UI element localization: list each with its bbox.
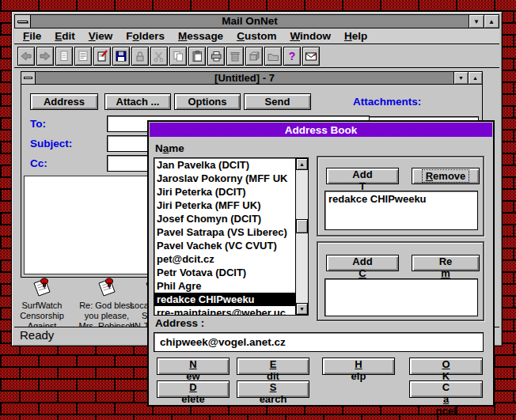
menu-item[interactable]: Message [175, 30, 226, 42]
remove-cc-button[interactable]: Remove [412, 255, 480, 271]
read-message-icon [76, 50, 90, 62]
address-label: Address : [155, 317, 204, 329]
dialog-titlebar[interactable]: Address Book [150, 123, 492, 137]
help-button[interactable]: ? [283, 47, 301, 66]
cc-recipients-list[interactable] [324, 278, 478, 316]
lock-button[interactable] [131, 47, 149, 66]
main-titlebar: Mail OnNet ▼ ▲ [14, 14, 499, 28]
name-list-item[interactable]: redakce CHIPweeku [154, 293, 295, 306]
delete-button[interactable]: Delete [157, 380, 230, 398]
desktop-background: Mail OnNet ▼ ▲ FileEditViewFoldersMessag… [0, 0, 516, 420]
edit-button[interactable]: Edit [237, 358, 309, 375]
ok-button[interactable]: OK [409, 358, 483, 375]
trash-button[interactable] [226, 47, 244, 66]
forward-button[interactable] [36, 47, 54, 66]
minimize-button[interactable]: ▼ [469, 15, 484, 28]
save-button[interactable] [112, 47, 130, 66]
document-button[interactable] [55, 47, 73, 66]
menu-item[interactable]: File [20, 30, 44, 42]
icon-label-line: Mrs. Robinson [79, 321, 135, 327]
add-cc-button[interactable]: Add CC: [326, 255, 399, 271]
scroll-up-button[interactable]: ▲ [296, 158, 308, 170]
system-menu-button[interactable] [15, 15, 31, 28]
cc-groupbox: Add CC: Remove [317, 241, 484, 321]
compose-window-title: [Untitled] - 7 [36, 72, 453, 84]
minimized-message-icon-surfwatch[interactable]: SurfWatch Censorship Against [14, 276, 78, 327]
forward-icon [38, 50, 52, 62]
menu-item[interactable]: View [85, 30, 116, 42]
name-list-item[interactable]: Josef Chomyn (DCIT) [154, 212, 295, 225]
options-button[interactable]: Options [174, 93, 241, 110]
to-recipient-item[interactable]: redakce CHIPweeku [325, 191, 477, 205]
compose-maximize-button[interactable]: ▲ [468, 72, 482, 84]
cut-icon [152, 50, 166, 62]
name-list-item[interactable]: Jiri Peterka (DCIT) [154, 185, 295, 199]
folder-button[interactable] [264, 47, 282, 66]
menu-item[interactable]: Folders [123, 30, 168, 42]
name-list-item[interactable]: Petr Votava (DCIT) [154, 266, 295, 279]
name-list-item[interactable]: Jan Pavelka (DCIT) [154, 158, 295, 172]
copy-button[interactable] [169, 47, 187, 66]
address-button[interactable]: Address [30, 93, 98, 110]
name-list-item[interactable]: Pavel Satrapa (VS Liberec) [154, 225, 295, 239]
menu-item[interactable]: Custom [233, 30, 279, 42]
name-list-scrollbar[interactable]: ▲ ▼ [295, 158, 308, 315]
remove-to-button[interactable]: Remove [412, 168, 480, 184]
compose-system-menu-button[interactable] [21, 72, 36, 84]
minimize-arrow-icon: ▼ [458, 75, 464, 81]
menu-item[interactable]: Help [341, 30, 370, 42]
subject-label: Subject: [30, 138, 72, 149]
compose-button[interactable] [93, 47, 111, 66]
compose-icon [95, 50, 109, 62]
name-list-item[interactable]: pet@dcit.cz [154, 252, 295, 266]
address-input[interactable] [154, 332, 484, 352]
scroll-down-arrow-icon: ▼ [299, 306, 305, 312]
back-button[interactable] [17, 47, 35, 66]
paste-button[interactable] [188, 47, 206, 66]
name-list-item[interactable]: Jiri Peterka (MFF UK) [154, 199, 295, 212]
help-button-dialog[interactable]: Help [322, 358, 395, 375]
cut-button[interactable] [150, 47, 168, 66]
attach-button[interactable]: Attach ... [104, 93, 171, 110]
print-button[interactable] [207, 47, 225, 66]
cc-label: Cc: [30, 157, 47, 169]
help-icon: ? [285, 50, 299, 62]
folder-icon [266, 50, 280, 62]
name-list-item[interactable]: Pavel Vachek (VC CVUT) [154, 239, 295, 252]
maximize-button[interactable]: ▲ [484, 15, 499, 28]
name-listbox[interactable]: Jan Pavelka (DCIT)Jaroslav Pokorny (MFF … [154, 157, 309, 316]
scrollbar-thumb[interactable] [296, 219, 308, 233]
to-recipients-list[interactable]: redakce CHIPweeku [324, 191, 478, 230]
name-list-items: Jan Pavelka (DCIT)Jaroslav Pokorny (MFF … [154, 158, 295, 316]
send-button[interactable]: Send [244, 93, 311, 110]
maximize-arrow-icon: ▲ [488, 18, 495, 25]
to-groupbox: Add To: Remove redakce CHIPweeku [317, 156, 484, 236]
menu-item[interactable]: Edit [51, 30, 78, 42]
address-book-dialog: Address Book Name Jan Pavelka (DCIT)Jaro… [147, 120, 495, 407]
menu-bar: FileEditViewFoldersMessageCustomWindowHe… [14, 28, 499, 44]
back-icon [19, 50, 33, 62]
dialog-title: Address Book [285, 124, 358, 136]
system-menu-dash-icon [17, 21, 28, 23]
scroll-down-button[interactable]: ▼ [296, 303, 308, 315]
compose-minimize-button[interactable]: ▼ [453, 72, 468, 84]
name-list-item[interactable]: Jaroslav Pokorny (MFF UK [154, 172, 295, 185]
search-button[interactable]: Search [237, 380, 309, 398]
svg-text:?: ? [289, 50, 296, 62]
icon-label-line: SurfWatch [22, 301, 63, 310]
window-title: Mail OnNet [31, 15, 469, 28]
system-menu-dash-icon [24, 77, 32, 79]
add-to-button[interactable]: Add To: [326, 168, 399, 184]
name-list-item[interactable]: Phil Agre [154, 279, 295, 293]
new-button[interactable]: New [157, 358, 230, 375]
package-button[interactable] [245, 47, 263, 66]
read-message-button[interactable] [74, 47, 92, 66]
name-label: Name [155, 142, 184, 154]
icon-label-line: Censorship [20, 311, 64, 320]
menu-item[interactable]: Window [286, 30, 334, 42]
new-mail-button[interactable] [302, 47, 320, 66]
icon-label-line: Re: God bless [79, 301, 135, 310]
cancel-button[interactable]: Cancel [409, 380, 483, 398]
name-list-item[interactable]: rre-maintainers@weber.uc [154, 306, 295, 316]
save-icon [114, 50, 128, 62]
